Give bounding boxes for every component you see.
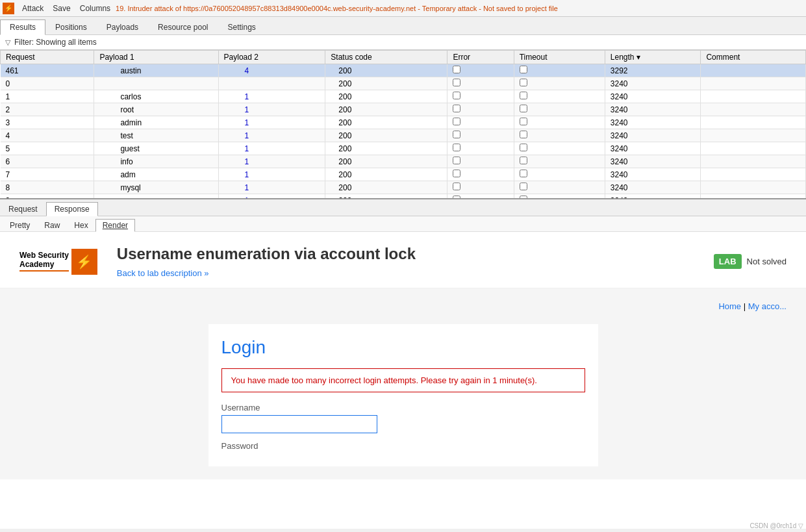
- lab-badge: LAB: [714, 254, 742, 269]
- wsa-nav: Home | My acco...: [19, 301, 787, 311]
- subtab-pretty[interactable]: Pretty: [3, 218, 37, 231]
- nav-home[interactable]: Home: [718, 301, 741, 311]
- col-length[interactable]: Length ▾: [605, 51, 701, 64]
- cell-status: 200: [325, 142, 447, 155]
- wsa-logo-icon: ⚡: [71, 249, 97, 275]
- cell-comment: [701, 103, 806, 116]
- cell-request: 8: [1, 181, 94, 194]
- table-row[interactable]: 6info12003240: [1, 155, 806, 168]
- wsa-title-area: Username enumeration via account lock Ba…: [97, 245, 714, 278]
- cell-payload2: 1: [218, 90, 325, 103]
- cell-length: 3240: [605, 155, 701, 168]
- cell-request: 461: [1, 64, 94, 77]
- rr-tabs: Request Response: [0, 199, 806, 216]
- cell-comment: [701, 64, 806, 77]
- cell-payload1: user: [94, 194, 218, 200]
- web-render: Web Security Academy ⚡ Username enumerat…: [0, 232, 806, 479]
- cell-request: 4: [1, 129, 94, 142]
- cell-error: [447, 181, 514, 194]
- cell-request: 2: [1, 103, 94, 116]
- error-box: You have made too many incorrect login a…: [221, 368, 585, 392]
- col-request[interactable]: Request: [1, 51, 94, 64]
- main-nav: Results Positions Payloads Resource pool…: [0, 17, 806, 35]
- nav-myaccount[interactable]: My acco...: [748, 301, 787, 311]
- subtab-raw[interactable]: Raw: [37, 218, 67, 231]
- tab-response[interactable]: Response: [46, 202, 98, 216]
- cell-error: [447, 194, 514, 200]
- wsa-logo-row: Web Security Academy ⚡: [19, 249, 97, 275]
- cell-length: 3240: [605, 168, 701, 181]
- columns-menu[interactable]: Columns: [76, 3, 114, 14]
- cell-length: 3240: [605, 181, 701, 194]
- filter-bar: ▽ Filter: Showing all items: [0, 35, 806, 50]
- cell-length: 3240: [605, 129, 701, 142]
- wsa-logo-wrapper: Web Security Academy ⚡: [19, 249, 97, 275]
- save-menu[interactable]: Save: [49, 3, 74, 14]
- col-status[interactable]: Status code: [325, 51, 447, 64]
- table-row[interactable]: 9user12003240: [1, 194, 806, 200]
- subtab-render[interactable]: Render: [95, 219, 135, 232]
- tab-payloads[interactable]: Payloads: [97, 19, 148, 34]
- table-row[interactable]: 8mysql12003240: [1, 181, 806, 194]
- bottom-section: Request Response Pretty Raw Hex Render W…: [0, 199, 806, 529]
- col-timeout[interactable]: Timeout: [514, 51, 605, 64]
- cell-payload2: 4: [218, 64, 325, 77]
- nav-separator: |: [744, 301, 746, 311]
- cell-request: 7: [1, 168, 94, 181]
- cell-error: [447, 168, 514, 181]
- cell-error: [447, 155, 514, 168]
- render-content: Web Security Academy ⚡ Username enumerat…: [0, 232, 806, 529]
- back-to-lab-link[interactable]: Back to lab description »: [117, 268, 209, 278]
- tab-results[interactable]: Results: [0, 19, 45, 35]
- username-label: Username: [221, 403, 585, 412]
- top-bar: ⚡ Attack Save Columns 19. Intruder attac…: [0, 0, 806, 17]
- cell-timeout: [514, 168, 605, 181]
- cell-request: 6: [1, 155, 94, 168]
- cell-payload1: austin: [94, 64, 218, 77]
- table-row[interactable]: 2root12003240: [1, 103, 806, 116]
- login-container: Login You have made too many incorrect l…: [208, 324, 598, 466]
- col-comment[interactable]: Comment: [701, 51, 806, 64]
- table-row[interactable]: 7adm12003240: [1, 168, 806, 181]
- results-panel[interactable]: Request Payload 1 Payload 2 Status code …: [0, 50, 806, 199]
- username-input[interactable]: [221, 415, 377, 433]
- wsa-logo-text: Web Security Academy: [19, 251, 69, 271]
- cell-status: 200: [325, 155, 447, 168]
- cell-timeout: [514, 194, 605, 200]
- cell-error: [447, 64, 514, 77]
- cell-status: 200: [325, 181, 447, 194]
- tab-request[interactable]: Request: [0, 201, 46, 216]
- results-table: Request Payload 1 Payload 2 Status code …: [0, 50, 806, 199]
- subtab-hex[interactable]: Hex: [67, 218, 95, 231]
- cell-request: 1: [1, 90, 94, 103]
- cell-comment: [701, 155, 806, 168]
- cell-status: 200: [325, 116, 447, 129]
- wsa-header: Web Security Academy ⚡ Username enumerat…: [0, 232, 806, 288]
- table-row[interactable]: 4test12003240: [1, 129, 806, 142]
- cell-timeout: [514, 103, 605, 116]
- table-row[interactable]: 461austin42003292: [1, 64, 806, 77]
- table-row[interactable]: 5guest12003240: [1, 142, 806, 155]
- tab-settings[interactable]: Settings: [218, 19, 265, 34]
- attack-menu[interactable]: Attack: [18, 3, 47, 14]
- tab-resource-pool[interactable]: Resource pool: [148, 19, 218, 34]
- cell-status: 200: [325, 129, 447, 142]
- col-payload1[interactable]: Payload 1: [94, 51, 218, 64]
- table-row[interactable]: 1carlos12003240: [1, 90, 806, 103]
- lab-status: Not solved: [747, 257, 787, 266]
- tab-positions[interactable]: Positions: [45, 19, 97, 34]
- cell-comment: [701, 77, 806, 90]
- col-error[interactable]: Error: [447, 51, 514, 64]
- wsa-body: Home | My acco... Login You have made to…: [0, 288, 806, 479]
- wsa-badge-area: LAB Not solved: [714, 254, 787, 269]
- cell-payload1: carlos: [94, 90, 218, 103]
- cell-payload2: 1: [218, 103, 325, 116]
- cell-comment: [701, 194, 806, 200]
- cell-length: 3292: [605, 64, 701, 77]
- cell-status: 200: [325, 168, 447, 181]
- cell-payload2: 1: [218, 168, 325, 181]
- table-row[interactable]: 3admin12003240: [1, 116, 806, 129]
- table-row[interactable]: 02003240: [1, 77, 806, 90]
- cell-timeout: [514, 116, 605, 129]
- col-payload2[interactable]: Payload 2: [218, 51, 325, 64]
